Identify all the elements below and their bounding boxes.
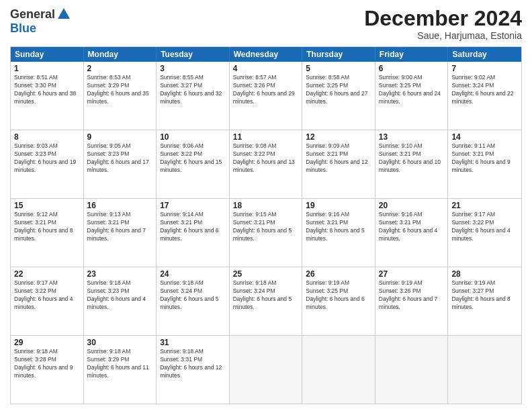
calendar-row-2: 15Sunrise: 9:12 AMSunset: 3:21 PMDayligh… <box>11 198 521 267</box>
day-info: Sunrise: 8:51 AMSunset: 3:30 PMDaylight:… <box>14 74 80 106</box>
calendar-cell-3-2: 24Sunrise: 9:18 AMSunset: 3:24 PMDayligh… <box>157 267 230 335</box>
day-number: 27 <box>379 269 445 279</box>
logo-icon <box>56 7 71 21</box>
weekday-header-sunday: Sunday <box>11 47 84 62</box>
location: Saue, Harjumaa, Estonia <box>364 30 522 41</box>
calendar-cell-3-5: 27Sunrise: 9:19 AMSunset: 3:26 PMDayligh… <box>375 267 449 335</box>
calendar-cell-2-4: 19Sunrise: 9:16 AMSunset: 3:21 PMDayligh… <box>302 199 375 267</box>
day-info: Sunrise: 9:11 AMSunset: 3:21 PMDaylight:… <box>451 142 518 175</box>
day-info: Sunrise: 9:08 AMSunset: 3:22 PMDaylight:… <box>233 142 299 175</box>
day-info: Sunrise: 9:15 AMSunset: 3:21 PMDaylight:… <box>233 211 299 243</box>
calendar-cell-4-0: 29Sunrise: 9:18 AMSunset: 3:28 PMDayligh… <box>11 336 84 404</box>
day-number: 12 <box>306 132 371 142</box>
day-info: Sunrise: 9:05 AMSunset: 3:23 PMDaylight:… <box>87 142 153 175</box>
logo: General Blue <box>10 7 71 36</box>
day-info: Sunrise: 9:03 AMSunset: 3:23 PMDaylight:… <box>14 142 80 175</box>
calendar-cell-0-4: 5Sunrise: 8:58 AMSunset: 3:25 PMDaylight… <box>302 62 375 130</box>
calendar-cell-3-3: 25Sunrise: 9:18 AMSunset: 3:24 PMDayligh… <box>230 267 303 335</box>
page: General Blue December 2024 Saue, Harjuma… <box>0 0 532 411</box>
calendar-cell-4-1: 30Sunrise: 9:18 AMSunset: 3:29 PMDayligh… <box>84 336 157 404</box>
day-number: 1 <box>14 64 80 73</box>
calendar-row-3: 22Sunrise: 9:17 AMSunset: 3:22 PMDayligh… <box>11 267 521 335</box>
logo-blue-text: Blue <box>10 21 36 36</box>
day-number: 22 <box>14 269 80 279</box>
day-info: Sunrise: 9:18 AMSunset: 3:29 PMDaylight:… <box>87 348 153 380</box>
day-info: Sunrise: 8:58 AMSunset: 3:25 PMDaylight:… <box>306 74 371 106</box>
day-number: 28 <box>451 269 518 279</box>
day-info: Sunrise: 9:00 AMSunset: 3:25 PMDaylight:… <box>379 74 445 106</box>
day-number: 23 <box>87 269 153 279</box>
calendar-row-4: 29Sunrise: 9:18 AMSunset: 3:28 PMDayligh… <box>11 335 521 404</box>
weekday-header-monday: Monday <box>84 47 157 62</box>
day-info: Sunrise: 8:57 AMSunset: 3:26 PMDaylight:… <box>233 74 299 106</box>
weekday-header-saturday: Saturday <box>448 47 521 62</box>
calendar-cell-4-6 <box>448 336 521 404</box>
day-number: 11 <box>233 132 299 142</box>
calendar-cell-4-3 <box>230 336 303 404</box>
day-number: 17 <box>160 201 226 210</box>
calendar-cell-2-2: 17Sunrise: 9:14 AMSunset: 3:21 PMDayligh… <box>157 199 230 267</box>
title-block: December 2024 Saue, Harjumaa, Estonia <box>364 7 522 41</box>
svg-marker-0 <box>58 8 70 19</box>
calendar-cell-3-0: 22Sunrise: 9:17 AMSunset: 3:22 PMDayligh… <box>11 267 84 335</box>
calendar-cell-4-4 <box>302 336 375 404</box>
day-number: 15 <box>14 201 80 210</box>
day-number: 26 <box>306 269 371 279</box>
calendar-cell-1-5: 13Sunrise: 9:10 AMSunset: 3:21 PMDayligh… <box>375 130 449 198</box>
day-info: Sunrise: 9:18 AMSunset: 3:28 PMDaylight:… <box>14 348 80 380</box>
calendar-cell-2-6: 21Sunrise: 9:17 AMSunset: 3:22 PMDayligh… <box>448 199 521 267</box>
calendar-cell-2-5: 20Sunrise: 9:16 AMSunset: 3:21 PMDayligh… <box>375 199 449 267</box>
day-info: Sunrise: 9:18 AMSunset: 3:24 PMDaylight:… <box>160 279 226 312</box>
day-info: Sunrise: 9:12 AMSunset: 3:21 PMDaylight:… <box>14 211 80 243</box>
day-number: 21 <box>451 201 518 210</box>
logo-general-text: General <box>10 7 55 21</box>
day-info: Sunrise: 9:18 AMSunset: 3:23 PMDaylight:… <box>87 279 153 312</box>
day-info: Sunrise: 9:09 AMSunset: 3:21 PMDaylight:… <box>306 142 371 175</box>
day-number: 13 <box>379 132 445 142</box>
calendar-header: SundayMondayTuesdayWednesdayThursdayFrid… <box>11 47 521 62</box>
day-number: 29 <box>14 338 80 347</box>
day-info: Sunrise: 9:06 AMSunset: 3:22 PMDaylight:… <box>160 142 226 175</box>
day-number: 14 <box>451 132 518 142</box>
day-info: Sunrise: 9:19 AMSunset: 3:26 PMDaylight:… <box>379 279 445 312</box>
calendar: SundayMondayTuesdayWednesdayThursdayFrid… <box>10 46 522 404</box>
calendar-cell-2-0: 15Sunrise: 9:12 AMSunset: 3:21 PMDayligh… <box>11 199 84 267</box>
day-number: 2 <box>87 64 153 73</box>
day-number: 16 <box>87 201 153 210</box>
day-info: Sunrise: 9:10 AMSunset: 3:21 PMDaylight:… <box>379 142 445 175</box>
day-number: 20 <box>379 201 445 210</box>
day-number: 3 <box>160 64 226 73</box>
weekday-header-wednesday: Wednesday <box>230 47 303 62</box>
calendar-cell-3-4: 26Sunrise: 9:19 AMSunset: 3:25 PMDayligh… <box>302 267 375 335</box>
day-info: Sunrise: 8:55 AMSunset: 3:27 PMDaylight:… <box>160 74 226 106</box>
day-number: 5 <box>306 64 371 73</box>
calendar-cell-0-1: 2Sunrise: 8:53 AMSunset: 3:29 PMDaylight… <box>84 62 157 130</box>
calendar-cell-2-1: 16Sunrise: 9:13 AMSunset: 3:21 PMDayligh… <box>84 199 157 267</box>
calendar-cell-0-2: 3Sunrise: 8:55 AMSunset: 3:27 PMDaylight… <box>157 62 230 130</box>
day-info: Sunrise: 8:53 AMSunset: 3:29 PMDaylight:… <box>87 74 153 106</box>
day-number: 24 <box>160 269 226 279</box>
weekday-header-tuesday: Tuesday <box>157 47 230 62</box>
day-info: Sunrise: 9:13 AMSunset: 3:21 PMDaylight:… <box>87 211 153 243</box>
day-number: 31 <box>160 338 226 347</box>
calendar-cell-1-6: 14Sunrise: 9:11 AMSunset: 3:21 PMDayligh… <box>448 130 521 198</box>
day-number: 6 <box>379 64 445 73</box>
day-info: Sunrise: 9:19 AMSunset: 3:25 PMDaylight:… <box>306 279 371 312</box>
calendar-cell-1-2: 10Sunrise: 9:06 AMSunset: 3:22 PMDayligh… <box>157 130 230 198</box>
header: General Blue December 2024 Saue, Harjuma… <box>10 7 522 41</box>
day-number: 18 <box>233 201 299 210</box>
day-number: 7 <box>451 64 518 73</box>
calendar-cell-4-2: 31Sunrise: 9:18 AMSunset: 3:31 PMDayligh… <box>157 336 230 404</box>
day-info: Sunrise: 9:18 AMSunset: 3:31 PMDaylight:… <box>160 348 226 380</box>
day-info: Sunrise: 9:19 AMSunset: 3:27 PMDaylight:… <box>451 279 518 312</box>
month-title: December 2024 <box>364 7 522 30</box>
weekday-header-friday: Friday <box>375 47 449 62</box>
day-info: Sunrise: 9:16 AMSunset: 3:21 PMDaylight:… <box>379 211 445 243</box>
calendar-cell-1-0: 8Sunrise: 9:03 AMSunset: 3:23 PMDaylight… <box>11 130 84 198</box>
day-number: 4 <box>233 64 299 73</box>
day-info: Sunrise: 9:17 AMSunset: 3:22 PMDaylight:… <box>451 211 518 243</box>
calendar-cell-0-6: 7Sunrise: 9:02 AMSunset: 3:24 PMDaylight… <box>448 62 521 130</box>
day-number: 19 <box>306 201 371 210</box>
day-info: Sunrise: 9:17 AMSunset: 3:22 PMDaylight:… <box>14 279 80 312</box>
day-info: Sunrise: 9:02 AMSunset: 3:24 PMDaylight:… <box>451 74 518 106</box>
